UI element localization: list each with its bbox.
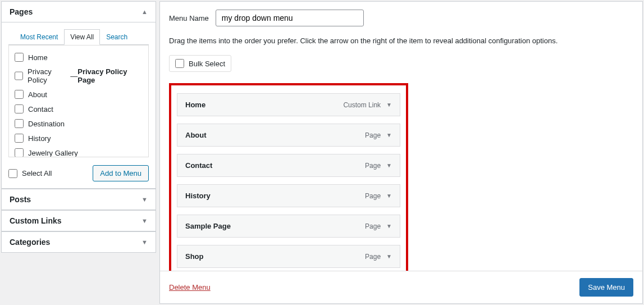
select-all-checkbox[interactable] [8,169,17,178]
categories-panel-title: Categories [10,238,50,247]
add-to-menu-button[interactable]: Add to Menu [93,165,149,181]
tab-search[interactable]: Search [100,29,134,45]
list-item: Privacy Policy — Privacy Policy Page [15,65,143,87]
page-suffix-sep: — [70,72,77,80]
posts-panel-header[interactable]: Posts ▼ [2,189,156,210]
menu-item[interactable]: Sample Page Page ▼ [177,215,400,238]
chevron-down-icon[interactable]: ▼ [386,102,392,108]
chevron-down-icon[interactable]: ▼ [386,193,392,199]
tab-most-recent[interactable]: Most Recent [14,29,64,45]
list-item: About [15,87,143,102]
expand-icon: ▼ [141,217,148,224]
custom-links-panel-title: Custom Links [10,216,62,225]
menu-name-input[interactable] [216,10,364,26]
menu-item-type: Page [365,192,381,200]
page-label: About [28,90,47,99]
list-item: Jewelry Gallery [15,145,143,157]
save-menu-button[interactable]: Save Menu [579,278,633,297]
delete-menu-link[interactable]: Delete Menu [169,283,211,292]
chevron-down-icon[interactable]: ▼ [386,223,392,229]
menu-item-title: Shop [185,252,204,261]
main-panel: Menu Name Drag the items into the order … [159,1,643,304]
menu-item[interactable]: History Page ▼ [177,184,400,207]
page-checkbox-destination[interactable] [15,119,24,128]
menu-item-type: Page [365,131,381,139]
select-all-label[interactable]: Select All [8,169,52,178]
chevron-down-icon[interactable]: ▼ [386,132,392,138]
menu-instructions: Drag the items into the order you prefer… [169,37,633,45]
select-all-text: Select All [22,169,52,177]
posts-panel-title: Posts [10,195,31,204]
page-checkbox-home[interactable] [15,53,24,62]
collapse-icon: ▲ [141,8,148,15]
bulk-select-top[interactable]: Bulk Select [169,55,231,72]
chevron-down-icon[interactable]: ▼ [386,162,392,169]
page-label: Jewelry Gallery [28,149,78,157]
custom-links-panel-header[interactable]: Custom Links ▼ [2,211,156,231]
page-checkbox-about[interactable] [15,90,24,99]
menu-name-label: Menu Name [169,14,209,22]
menu-item-title: History [185,192,211,200]
pages-tabs: Most Recent View All Search [8,22,149,45]
page-checkbox-privacy[interactable] [15,71,23,80]
page-checkbox-contact[interactable] [15,104,24,113]
page-checkbox-history[interactable] [15,134,24,143]
menu-item[interactable]: Contact Page ▼ [177,154,400,177]
expand-icon: ▼ [141,196,148,203]
menu-item-type: Page [365,253,381,261]
page-label: Privacy Policy [28,67,70,84]
bulk-select-checkbox-top[interactable] [175,59,184,68]
categories-panel: Categories ▼ [1,231,156,253]
page-label: History [28,134,51,143]
categories-panel-header[interactable]: Categories ▼ [2,232,156,252]
page-label: Destination [28,120,65,128]
pages-panel-title: Pages [10,7,33,16]
posts-panel: Posts ▼ [1,189,156,210]
tab-view-all[interactable]: View All [64,29,100,45]
sidebar: Pages ▲ Most Recent View All Search Home [1,1,159,304]
chevron-down-icon[interactable]: ▼ [386,253,392,260]
pages-panel: Pages ▲ Most Recent View All Search Home [1,1,156,189]
custom-links-panel: Custom Links ▼ [1,210,156,231]
bulk-select-text: Bulk Select [189,60,225,68]
list-item: Destination [15,116,143,131]
menu-item-type: Custom Link [343,101,381,109]
menu-item-type: Page [365,222,381,230]
page-label: Contact [28,105,53,113]
menu-item[interactable]: Home Custom Link ▼ [177,93,400,116]
page-checkbox-jewelry[interactable] [15,148,24,157]
menu-item-title: Sample Page [185,222,231,230]
pages-panel-header[interactable]: Pages ▲ [2,2,156,22]
list-item: Contact [15,102,143,116]
page-suffix-bold: Privacy Policy Page [77,67,143,84]
menu-item[interactable]: Shop Page ▼ [177,245,400,268]
menu-item[interactable]: About Page ▼ [177,124,400,147]
page-label: Home [28,53,48,62]
menu-items-highlight: Home Custom Link ▼ About Page ▼ Contact [169,83,408,271]
pages-list[interactable]: Home Privacy Policy — Privacy Policy Pag… [8,45,149,157]
menu-item-title: Contact [185,161,212,170]
list-item: Home [15,50,143,65]
list-item: History [15,131,143,145]
menu-item-title: Home [185,101,205,109]
expand-icon: ▼ [141,239,148,245]
menu-item-title: About [185,131,207,139]
menu-item-type: Page [365,162,381,170]
